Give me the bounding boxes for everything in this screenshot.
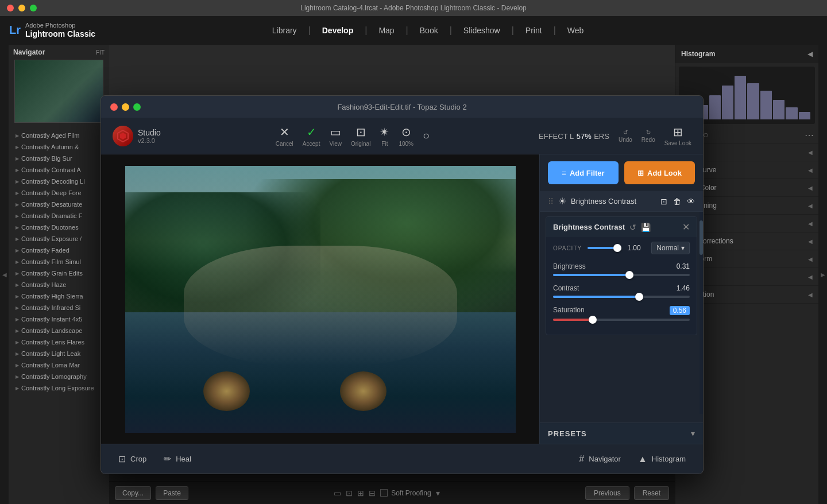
saturation-slider[interactable]: [553, 319, 690, 321]
nav-print[interactable]: Print: [525, 26, 542, 35]
preset-item[interactable]: ▶Contrastly Landscape: [9, 325, 109, 336]
histogram-tool[interactable]: ▲ Histogram: [638, 454, 686, 464]
right-panel-collapse-arrow[interactable]: ▶: [821, 272, 825, 278]
copy-button[interactable]: Copy...: [115, 486, 151, 500]
slider-group: Brightness 0.31: [546, 257, 697, 335]
topaz-close-button[interactable]: [110, 103, 118, 111]
preset-item[interactable]: ▶Contrastly Deep Fore: [9, 187, 109, 199]
topaz-mac-controls[interactable]: [110, 103, 141, 111]
left-panel-collapse-arrow[interactable]: ◀: [2, 272, 7, 278]
presets-bar[interactable]: PRESETS ▾: [540, 422, 703, 444]
histogram-dots-icon[interactable]: ⋯: [805, 130, 814, 141]
mac-window-controls[interactable]: [7, 5, 37, 11]
contrast-slider[interactable]: [553, 296, 690, 298]
filter-visibility-icon[interactable]: 👁: [687, 197, 695, 206]
topaz-fit-tool[interactable]: ✴ Fit: [380, 125, 389, 147]
navigator-tool[interactable]: # Navigator: [579, 454, 621, 464]
mac-maximize-button[interactable]: [30, 5, 37, 11]
topaz-accept-tool[interactable]: ✓ Accept: [303, 125, 320, 147]
topaz-scrollbar-thumb[interactable]: [700, 220, 703, 255]
saturation-thumb[interactable]: [589, 316, 597, 324]
view-icon-1[interactable]: ▭: [334, 489, 341, 498]
opacity-value: 1.00: [627, 244, 646, 252]
crop-tool[interactable]: ⊡ Crop: [118, 453, 146, 464]
contrast-thumb[interactable]: [635, 293, 643, 301]
opacity-slider-thumb[interactable]: [613, 244, 621, 252]
dropdown-icon[interactable]: ▾: [436, 489, 440, 498]
topaz-scrollbar[interactable]: [700, 212, 703, 414]
paste-button[interactable]: Paste: [156, 486, 188, 500]
save-look-button[interactable]: ⊞ Save Look: [664, 125, 691, 146]
heal-tool[interactable]: ✏ Heal: [164, 453, 191, 464]
histogram-circle-icon[interactable]: ○: [703, 130, 709, 141]
brightness-thumb[interactable]: [625, 271, 633, 279]
lr-left-collapse-strip[interactable]: ◀: [0, 45, 9, 504]
view-icon-3[interactable]: ⊞: [357, 489, 364, 498]
add-look-button[interactable]: ⊞ Add Look: [624, 161, 695, 184]
mac-minimize-button[interactable]: [18, 5, 25, 11]
redo-button[interactable]: ↻ Redo: [641, 129, 655, 143]
opacity-slider[interactable]: [588, 247, 621, 249]
preset-item[interactable]: ▶Contrastly Light Leak: [9, 348, 109, 359]
blend-mode-dropdown[interactable]: Normal ▾: [651, 242, 690, 254]
nav-book[interactable]: Book: [420, 26, 438, 35]
preset-item[interactable]: ▶Contrastly Autumn &: [9, 141, 109, 153]
topaz-view-tool[interactable]: ▭ View: [329, 125, 342, 147]
saturation-value[interactable]: 0.56: [670, 306, 690, 315]
nav-slideshow[interactable]: Slideshow: [463, 26, 500, 35]
brightness-slider[interactable]: [553, 274, 690, 276]
preset-item[interactable]: ▶Contrastly Lomography: [9, 371, 109, 382]
topaz-minimize-button[interactable]: [122, 103, 129, 111]
filter-name: Brightness Contrast: [571, 197, 660, 206]
preset-item[interactable]: ▶Contrastly Exposure /: [9, 233, 109, 245]
topaz-cancel-tool[interactable]: ✕ Cancel: [276, 125, 293, 147]
lr-right-collapse-strip[interactable]: ▶: [818, 45, 827, 504]
filter-duplicate-icon[interactable]: ⊡: [660, 197, 667, 206]
preset-item[interactable]: ▶Contrastly Duotones: [9, 222, 109, 233]
filter-delete-icon[interactable]: 🗑: [673, 197, 681, 206]
preset-item[interactable]: ▶Contrastly Aged Film: [9, 130, 109, 141]
preset-item[interactable]: ▶Contrastly Faded: [9, 245, 109, 256]
topaz-original-tool[interactable]: ⊡ Original: [351, 125, 370, 147]
save-look-icon: ⊞: [673, 125, 683, 139]
nav-map[interactable]: Map: [378, 26, 394, 35]
preset-item[interactable]: ▶Contrastly Decoding Li: [9, 176, 109, 187]
preset-item[interactable]: ▶Contrastly Grain Edits: [9, 267, 109, 279]
topaz-maximize-button[interactable]: [133, 103, 141, 111]
navigator-fit[interactable]: FIT: [96, 49, 105, 56]
preset-item[interactable]: ▶Contrastly Dramatic F: [9, 210, 109, 222]
reset-button[interactable]: Reset: [634, 486, 669, 500]
preset-item[interactable]: ▶Contrastly Big Sur: [9, 153, 109, 164]
view-icon-4[interactable]: ⊟: [369, 489, 376, 498]
add-filter-button[interactable]: ≡ Add Filter: [548, 161, 619, 184]
histogram-collapse[interactable]: ◀: [807, 50, 813, 58]
topaz-100-tool[interactable]: ⊙ 100%: [399, 125, 413, 147]
preset-item[interactable]: ▶Contrastly High Sierra: [9, 290, 109, 302]
bc-save-icon[interactable]: 💾: [641, 223, 651, 232]
navigator-image: [15, 60, 103, 122]
bc-reset-icon[interactable]: ↺: [629, 223, 636, 232]
view-icon-2[interactable]: ⊡: [346, 489, 353, 498]
preset-item[interactable]: ▶Contrastly Long Exposure: [9, 382, 109, 394]
soft-proofing-toggle[interactable]: Soft Proofing: [380, 489, 431, 497]
preset-item[interactable]: ▶Contrastly Lens Flares: [9, 336, 109, 348]
preset-item[interactable]: ▶Contrastly Loma Mar: [9, 359, 109, 371]
opacity-row: OPACITY 1.00 Normal ▾: [546, 237, 697, 257]
drag-handle-icon[interactable]: ⠿: [548, 197, 554, 206]
preset-item[interactable]: ▶Contrastly Contrast A: [9, 164, 109, 176]
undo-button[interactable]: ↺ Undo: [619, 129, 632, 143]
topaz-circle-tool[interactable]: ○: [423, 129, 430, 142]
soft-proofing-checkbox[interactable]: [380, 489, 388, 497]
nav-library[interactable]: Library: [272, 26, 297, 35]
previous-button[interactable]: Previous: [585, 486, 629, 500]
nav-web[interactable]: Web: [567, 26, 584, 35]
mac-close-button[interactable]: [7, 5, 14, 11]
bc-close-button[interactable]: ✕: [682, 222, 690, 232]
nav-develop[interactable]: Develop: [322, 26, 353, 35]
preset-item[interactable]: ▶Contrastly Desaturate: [9, 199, 109, 210]
saturation-label-row: Saturation 0.56: [553, 306, 690, 315]
preset-item[interactable]: ▶Contrastly Instant 4x5: [9, 313, 109, 325]
preset-item[interactable]: ▶Contrastly Film Simul: [9, 256, 109, 267]
preset-item[interactable]: ▶Contrastly Infrared Si: [9, 302, 109, 313]
preset-item[interactable]: ▶Contrastly Haze: [9, 279, 109, 290]
